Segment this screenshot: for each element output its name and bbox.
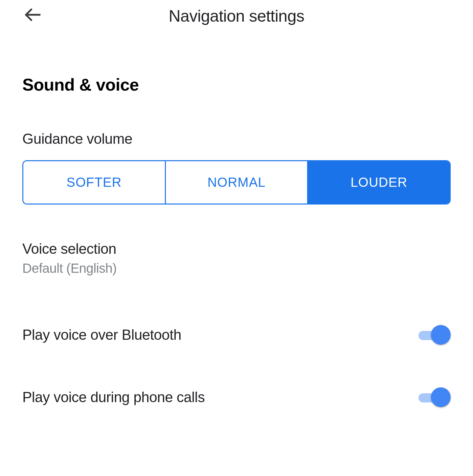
toggle-thumb: [431, 325, 451, 345]
phone-calls-row: Play voice during phone calls: [22, 387, 451, 407]
phone-calls-title: Play voice during phone calls: [22, 389, 205, 405]
bluetooth-row: Play voice over Bluetooth: [22, 325, 451, 345]
header: Navigation settings: [0, 0, 473, 35]
voice-selection-row[interactable]: Voice selection Default (English): [22, 241, 451, 292]
back-button[interactable]: [23, 5, 43, 25]
arrow-left-icon: [24, 6, 42, 24]
volume-softer-button[interactable]: SOFTER: [23, 161, 166, 204]
volume-louder-button[interactable]: LOUDER: [308, 161, 450, 204]
bluetooth-title: Play voice over Bluetooth: [22, 327, 181, 343]
voice-selection-subtitle: Default (English): [22, 261, 117, 276]
section-title: Sound & voice: [22, 75, 451, 95]
voice-selection-title: Voice selection: [22, 241, 117, 257]
bluetooth-toggle[interactable]: [418, 325, 451, 345]
guidance-volume-control: SOFTER NORMAL LOUDER: [22, 160, 451, 205]
toggle-thumb: [431, 387, 451, 407]
page-title: Navigation settings: [16, 7, 457, 26]
phone-calls-toggle[interactable]: [418, 387, 451, 407]
volume-normal-button[interactable]: NORMAL: [166, 161, 308, 204]
guidance-volume-label: Guidance volume: [22, 131, 451, 147]
